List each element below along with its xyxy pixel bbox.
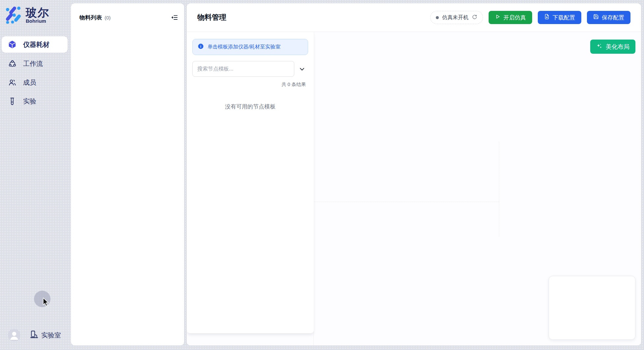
sidebar: 玻尔 Bohrium 仪器耗材 工作流 [0, 0, 70, 350]
materials-list-header: 物料列表 (0) [71, 3, 184, 22]
save-config-button[interactable]: 保存配置 [587, 11, 630, 24]
chevron-down-icon[interactable] [298, 65, 306, 73]
mouse-cursor [40, 297, 49, 308]
lab-entry-label: 实验室 [41, 331, 61, 340]
materials-list-panel: 物料列表 (0) [71, 3, 184, 345]
brand-name-en: Bohrium [26, 18, 49, 24]
search-input[interactable] [192, 61, 294, 77]
sidebar-footer: 实验室 [0, 329, 70, 341]
sparkles-icon [596, 43, 602, 51]
save-config-label: 保存配置 [602, 14, 624, 21]
workspace-canvas[interactable]: 单击模板添加仪器/耗材至实验室 共 0 条结果 没有可用的节点模板 [187, 32, 641, 345]
simulation-status-text: 仿真未开机 [442, 14, 468, 21]
sidebar-item-experiment[interactable]: 实验 [0, 93, 70, 109]
refresh-icon[interactable] [472, 14, 477, 21]
node-template-panel: 单击模板添加仪器/耗材至实验室 共 0 条结果 没有可用的节点模板 [187, 32, 314, 334]
brand-logo: 玻尔 Bohrium [0, 0, 70, 25]
bohrium-logo-icon [5, 5, 21, 25]
page-title: 物料管理 [197, 13, 226, 22]
user-avatar[interactable] [8, 329, 20, 341]
download-config-button[interactable]: 下载配置 [538, 11, 581, 24]
sidebar-item-workflow[interactable]: 工作流 [0, 55, 70, 72]
cube-icon [8, 40, 16, 49]
brand-name-zh: 玻尔 [26, 7, 49, 18]
sidebar-item-label: 成员 [23, 78, 36, 87]
results-count: 共 0 条结果 [187, 81, 306, 88]
play-icon [495, 14, 500, 21]
workflow-icon [8, 59, 16, 68]
lab-entry[interactable]: 实验室 [30, 330, 61, 340]
collapse-panel-button[interactable] [170, 13, 179, 22]
start-simulation-button[interactable]: 开启仿真 [489, 11, 532, 24]
building-icon [30, 330, 39, 340]
info-icon [198, 43, 204, 51]
materials-list-title: 物料列表 [80, 14, 102, 21]
main-header: 物料管理 仿真未开机 开启仿真 [187, 3, 641, 32]
beautify-layout-button[interactable]: 美化布局 [590, 40, 635, 54]
status-dot-icon [436, 16, 439, 19]
canvas-guide-horizontal [313, 202, 499, 202]
template-tip-banner: 单击模板添加仪器/耗材至实验室 [192, 39, 308, 55]
simulation-status-pill[interactable]: 仿真未开机 [430, 11, 483, 24]
materials-list-count: (0) [105, 15, 111, 20]
empty-templates-text: 没有可用的节点模板 [187, 103, 314, 110]
sidebar-item-label: 仪器耗材 [23, 40, 49, 49]
sidebar-item-instruments[interactable]: 仪器耗材 [2, 36, 68, 53]
template-search-row [192, 61, 308, 77]
beautify-layout-label: 美化布局 [606, 43, 629, 51]
start-simulation-label: 开启仿真 [503, 14, 526, 21]
save-icon [593, 14, 599, 21]
sidebar-item-members[interactable]: 成员 [0, 74, 70, 91]
sidebar-item-label: 工作流 [23, 59, 43, 68]
sidebar-item-label: 实验 [23, 97, 36, 106]
file-download-icon [544, 14, 550, 21]
members-icon [8, 78, 16, 87]
canvas-guide-vertical [499, 142, 499, 237]
sidebar-nav: 仪器耗材 工作流 成员 [0, 36, 70, 109]
minimap-panel[interactable] [549, 276, 635, 340]
main-panel: 物料管理 仿真未开机 开启仿真 [187, 3, 641, 345]
download-config-label: 下载配置 [553, 14, 575, 21]
template-tip-text: 单击模板添加仪器/耗材至实验室 [208, 44, 280, 50]
header-actions: 仿真未开机 开启仿真 [430, 11, 630, 24]
experiment-icon [8, 97, 16, 105]
